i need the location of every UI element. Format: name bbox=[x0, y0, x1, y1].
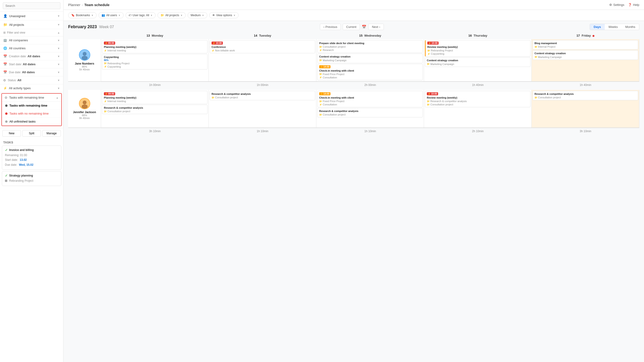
all-projects-filter[interactable]: 📁 All projects ▼ bbox=[158, 12, 186, 18]
filter-option-no-remaining[interactable]: Tasks with no remaining time bbox=[2, 110, 61, 118]
lightning-icon: ⚡ bbox=[104, 49, 107, 52]
filter-due-date[interactable]: 📅 Due date: All dates ▼ bbox=[0, 68, 63, 76]
event-sub: 📁 Marketing Campaign bbox=[534, 56, 636, 58]
all-users-filter[interactable]: 👥 All users ▼ bbox=[98, 12, 124, 18]
lightning-icon: ⚡ bbox=[319, 103, 322, 106]
task-card-invoice[interactable]: ✓ Invoice and billing Remaining: 01:00 S… bbox=[2, 146, 61, 170]
jane-wednesday-cell: Prepare slide deck for client meeting 📁 … bbox=[316, 39, 424, 81]
filter-all-countries[interactable]: 🌐 All countries ▼ bbox=[0, 44, 63, 52]
folder-icon: 📁 bbox=[534, 45, 537, 48]
weeks-view-btn[interactable]: Weeks bbox=[605, 24, 622, 30]
event-title: Research & competitor analysis bbox=[534, 92, 636, 96]
event-sub: 📁 Fixed Price Project bbox=[319, 100, 421, 103]
jane-thursday-cell: ⚡10:00 Review meeting (weekly) 📁 Rebrand… bbox=[424, 39, 532, 81]
chevron-up-icon[interactable]: ▲ bbox=[57, 31, 60, 34]
folder-icon: 📁 bbox=[319, 113, 322, 116]
manage-button[interactable]: Manage bbox=[42, 130, 61, 137]
sidebar-item-unassigned[interactable]: 👤 Unassigned ▼ bbox=[0, 12, 63, 20]
bookmarks-filter[interactable]: 🔖 Bookmarks ▼ bbox=[68, 12, 96, 18]
event-card[interactable]: Copywriting 86% 📁 Rebranding Project ⚡ C… bbox=[102, 54, 208, 69]
person-row-jennifer: Jennifer Jackson 68% 9h 40min ⚡09:00 Pla… bbox=[68, 90, 639, 128]
person-name-jane: Jane Numbers bbox=[75, 62, 94, 65]
person-cell-jane: Jane Numbers 86% 5h 40min bbox=[68, 39, 101, 81]
event-title: Conference bbox=[212, 45, 313, 49]
prev-button[interactable]: ‹ Previous bbox=[320, 24, 341, 30]
day-header-mon: 13 Monday bbox=[101, 32, 209, 39]
event-card[interactable]: Research & competitor analysis 📁 Consult… bbox=[102, 105, 208, 114]
new-button[interactable]: New bbox=[2, 130, 21, 137]
sidebar-search-section bbox=[0, 0, 63, 12]
filter-option-remaining[interactable]: Tasks with remaining time bbox=[2, 102, 61, 110]
event-card[interactable]: Research & competitor analysis 📁 Consult… bbox=[532, 91, 638, 100]
filter-all-companies[interactable]: 🏢 All companies ▼ bbox=[0, 36, 63, 44]
event-title: Planning meeting (weekly) bbox=[104, 45, 206, 49]
event-card[interactable]: Content strategy creation 📁 Marketing Ca… bbox=[317, 53, 423, 63]
today-dot bbox=[592, 35, 594, 37]
split-button[interactable]: Split bbox=[22, 130, 41, 137]
event-title: Copywriting bbox=[104, 55, 206, 59]
event-card[interactable]: ⚡09:00 Planning meeting (weekly) ⚡ Inter… bbox=[102, 40, 208, 53]
filter-creation-date[interactable]: 📅 Creation date: All dates ▼ bbox=[0, 52, 63, 60]
week-label: Week 07 bbox=[99, 25, 114, 29]
folder-icon: 📁 bbox=[212, 96, 214, 99]
day-header-tue: 14 Tuesday bbox=[209, 32, 316, 39]
filter-status[interactable]: ⊙ Status: All ▼ bbox=[0, 76, 63, 84]
jennifer-wed-footer: 1h 10min bbox=[316, 128, 424, 134]
next-button[interactable]: Next › bbox=[368, 24, 384, 30]
lightning-icon: ⚡ bbox=[427, 53, 430, 55]
event-card[interactable]: ⚡14:00 Check-in meeting with client 📁 Fi… bbox=[317, 64, 423, 80]
folder-icon: 📁 bbox=[104, 110, 107, 113]
day-headers: 13 Monday 14 Tuesday 15 Wednesday 16 Thu… bbox=[68, 32, 639, 39]
event-sub: ⚡ Internal meeting bbox=[104, 100, 206, 103]
chevron-up-icon: ▲ bbox=[56, 96, 58, 99]
event-sub: 📁 Consultation project bbox=[104, 110, 206, 113]
avatar-jennifer bbox=[79, 98, 90, 109]
jane-mon-footer: 1h 00min bbox=[101, 82, 209, 88]
event-card[interactable]: Prepare slide deck for client meeting 📁 … bbox=[317, 40, 423, 53]
event-card[interactable]: Blog management 📁 Internal Project bbox=[532, 40, 638, 49]
event-sub: 📁 Rebranding Project bbox=[427, 49, 528, 52]
task-card-strategy[interactable]: ✓ Strategy planning Rebranding Project bbox=[2, 171, 61, 186]
event-card[interactable]: Research & competitor analysis 📁 Consult… bbox=[317, 108, 423, 117]
months-view-btn[interactable]: Months bbox=[622, 24, 639, 30]
cal-nav-center: ‹ Previous Current 📅 Next › bbox=[320, 24, 384, 30]
event-sub2: ⚡ Consultation bbox=[319, 103, 421, 106]
help-button[interactable]: ❓ Help bbox=[628, 3, 639, 6]
event-title: Planning meeting (weekly) bbox=[104, 96, 206, 99]
time-badge: ⚡14:00 bbox=[319, 65, 330, 68]
time-badge: ⚡14:00 bbox=[319, 92, 330, 95]
svg-point-5 bbox=[82, 104, 88, 109]
filter-start-date[interactable]: 📅 Start date: All dates ▼ bbox=[0, 60, 63, 68]
event-card[interactable]: ⚡14:00 Check-in meeting with client 📁 Fi… bbox=[317, 91, 423, 107]
event-card[interactable]: ⚡10:00 Conference ⚡ Non-billable work bbox=[210, 40, 315, 53]
search-input[interactable] bbox=[3, 2, 60, 9]
sidebar-item-all-projects[interactable]: 📁 All projects ▼ bbox=[0, 20, 63, 29]
caret-down-icon: ▼ bbox=[91, 14, 94, 17]
event-title: Review meeting (weekly) bbox=[427, 96, 528, 99]
filter-option-all-unfinished[interactable]: All unfinished tasks bbox=[2, 118, 61, 126]
medium-filter[interactable]: Medium ▼ bbox=[188, 12, 207, 18]
settings-button[interactable]: ⚙ Settings bbox=[609, 3, 624, 6]
jane-monday-cell: ⚡09:00 Planning meeting (weekly) ⚡ Inter… bbox=[101, 39, 209, 81]
time-badge: ⚡10:00 bbox=[212, 41, 223, 45]
event-card[interactable]: ⚡10:00 Review meeting (weekly) 📁 Researc… bbox=[425, 91, 530, 107]
caret-down-icon: ▼ bbox=[150, 14, 153, 17]
filter-activity-types[interactable]: ⚡ All activity types ▼ bbox=[0, 84, 63, 92]
event-card[interactable]: Research & competitor analysis 📁 Consult… bbox=[210, 91, 315, 100]
chevron-down-icon: ▼ bbox=[57, 47, 60, 50]
calendar-icon[interactable]: 📅 bbox=[362, 25, 366, 29]
person-time-jennifer: 9h 40min bbox=[79, 117, 90, 120]
folder-icon: 📁 bbox=[427, 100, 430, 103]
event-card[interactable]: Content strategy creation 📁 Marketing Ca… bbox=[532, 50, 638, 60]
event-card[interactable]: ⚡10:00 Review meeting (weekly) 📁 Rebrand… bbox=[425, 40, 530, 57]
event-card[interactable]: ⚡09:00 Planning meeting (weekly) ⚡ Inter… bbox=[102, 91, 208, 104]
current-button[interactable]: Current bbox=[343, 24, 360, 30]
jennifer-friday-cell: Research & competitor analysis 📁 Consult… bbox=[532, 90, 639, 128]
event-title: Review meeting (weekly) bbox=[427, 45, 528, 49]
view-options-filter[interactable]: 👁 View options ▼ bbox=[209, 12, 239, 18]
event-card[interactable]: Content strategy creation 📁 Marketing Ca… bbox=[425, 57, 530, 67]
event-title: Content strategy creation bbox=[534, 52, 636, 55]
time-filter-header[interactable]: ⊙ Tasks with remaining time ▲ bbox=[2, 94, 61, 102]
days-view-btn[interactable]: Days bbox=[590, 24, 605, 30]
user-tags-filter[interactable]: 🏷 User tags: All ▼ bbox=[126, 12, 156, 18]
